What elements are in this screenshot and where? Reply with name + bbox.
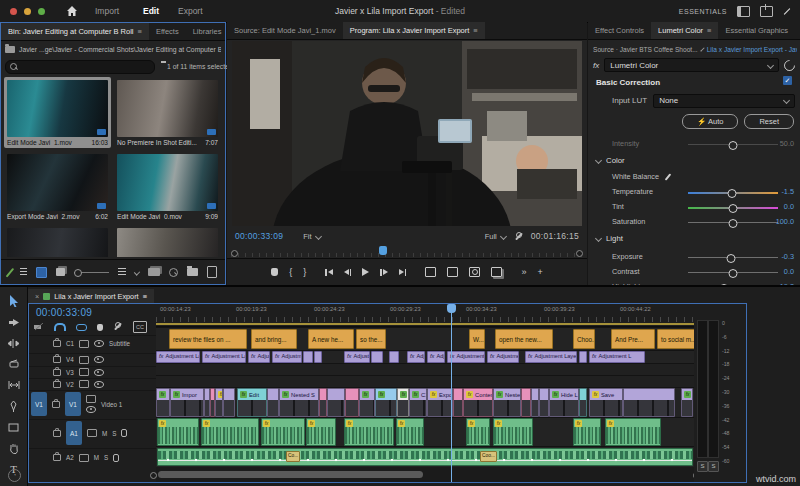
solo-right-button[interactable]: S xyxy=(708,461,719,472)
clip-marker-badge[interactable]: Co... xyxy=(286,451,300,462)
video-clip[interactable]: fx xyxy=(156,388,170,417)
lock-icon[interactable] xyxy=(53,369,61,376)
mark-in-icon[interactable]: { xyxy=(289,267,292,277)
track-a2[interactable]: Co...Coo... xyxy=(156,446,694,467)
adjustment-layer-clip[interactable] xyxy=(303,351,313,363)
light-section-header[interactable]: Light xyxy=(596,234,623,243)
scrub-start-handle[interactable] xyxy=(231,250,238,257)
chevron-down-icon[interactable] xyxy=(700,47,704,51)
video-clip[interactable] xyxy=(345,388,359,417)
adjustment-layer-clip[interactable] xyxy=(579,351,587,363)
thumbnail-zoom-slider[interactable] xyxy=(74,272,109,273)
bin-breadcrumb[interactable]: Javier ...ge\Javier - Commercial Shots\J… xyxy=(19,46,221,53)
video-clip[interactable]: fx xyxy=(215,388,223,417)
adjustment-layer-clip[interactable] xyxy=(389,351,399,363)
track-header-a1[interactable]: A1 M S xyxy=(29,419,156,446)
lock-icon[interactable] xyxy=(53,430,61,437)
sort-chevron-icon[interactable] xyxy=(134,269,140,275)
subtitle-clip[interactable]: review the files on ... xyxy=(169,329,247,349)
adjustment-layer-clip[interactable]: fx Adjustment Layer xyxy=(525,351,577,363)
adjustment-layer-clip[interactable]: fx Adju xyxy=(427,351,445,363)
sort-icons-icon[interactable] xyxy=(118,268,126,276)
toggle-track-output-icon[interactable] xyxy=(94,381,104,388)
toggle-track-output-icon[interactable] xyxy=(86,406,96,413)
slider-value[interactable]: -0.3 xyxy=(781,252,794,261)
video-clip[interactable] xyxy=(319,388,327,417)
reset-button[interactable]: Reset xyxy=(744,114,794,129)
program-scrub-bar[interactable] xyxy=(231,246,583,258)
track-v3[interactable] xyxy=(156,363,694,375)
step-back-icon[interactable] xyxy=(344,269,352,276)
mic-icon[interactable] xyxy=(113,454,119,462)
video-clip[interactable] xyxy=(453,388,463,417)
audio-clip[interactable]: fx xyxy=(573,418,601,446)
temperature-slider[interactable] xyxy=(688,192,778,194)
color-section-header[interactable]: Color xyxy=(596,156,625,165)
tab-source-monitor[interactable]: Source: Edit Mode Javi_1.mov xyxy=(227,22,343,39)
program-timecode[interactable]: 00:00:33:09 xyxy=(235,231,283,241)
horizontal-scrollbar[interactable] xyxy=(156,471,694,478)
comparison-view-icon[interactable] xyxy=(491,267,502,277)
slider-knob[interactable] xyxy=(727,254,736,263)
reset-effect-icon[interactable] xyxy=(782,57,798,73)
target-track-a1[interactable]: A1 xyxy=(66,421,82,445)
solo-button[interactable]: S xyxy=(112,430,116,437)
video-clip[interactable]: fxEdit xyxy=(237,388,267,417)
lock-icon[interactable] xyxy=(53,381,61,388)
play-icon[interactable] xyxy=(362,268,369,276)
video-clip[interactable] xyxy=(223,388,235,417)
clip-thumbnail[interactable] xyxy=(117,154,218,211)
scrub-end-handle[interactable] xyxy=(576,250,583,257)
new-item-icon[interactable] xyxy=(207,266,217,278)
slider-knob[interactable] xyxy=(729,204,738,213)
subtitle-clip[interactable]: so the... xyxy=(356,329,386,349)
go-to-in-icon[interactable] xyxy=(325,269,333,276)
more-buttons-icon[interactable]: » xyxy=(521,267,526,277)
timeline-tracks[interactable]: 00:00:14:2300:00:19:2300:00:24:2300:00:2… xyxy=(156,304,694,482)
timeline-ruler[interactable]: 00:00:14:2300:00:19:2300:00:24:2300:00:2… xyxy=(156,304,694,327)
clip-name[interactable]: Export Mode Javi_2.mov xyxy=(7,213,80,220)
adjustment-layer-clip[interactable]: fx Adjus xyxy=(248,351,270,363)
video-clip[interactable]: fxNested S xyxy=(493,388,521,417)
panel-menu-icon[interactable]: ≡ xyxy=(137,27,141,36)
subtitle-clip[interactable]: open the new... xyxy=(495,329,553,349)
tab-effects[interactable]: Effects xyxy=(149,23,186,40)
intensity-slider[interactable] xyxy=(688,144,778,145)
source-patch-v1[interactable]: V1 xyxy=(31,392,47,416)
adjustment-layer-clip[interactable]: fx Adju xyxy=(407,351,425,363)
track-badge-icon[interactable] xyxy=(79,340,89,348)
audio-clip[interactable]: fx xyxy=(605,418,661,446)
subtitle-clip[interactable]: Choo... xyxy=(573,329,595,349)
fullscreen-icon[interactable] xyxy=(783,7,792,16)
bin-clip-item[interactable]: Export Mode Javi_2.mov6:02 xyxy=(4,151,111,222)
lift-icon[interactable] xyxy=(425,267,436,277)
track-header-v3[interactable]: V3 xyxy=(29,366,156,377)
video-clip[interactable] xyxy=(579,388,587,417)
subtitle-track[interactable]: review the files on ...and bring...A new… xyxy=(156,327,694,350)
mic-icon[interactable] xyxy=(121,429,127,437)
audio-clip[interactable]: fx xyxy=(261,418,305,446)
track-badge-icon[interactable] xyxy=(87,429,97,437)
audio-meters[interactable]: 0-6-12-18-24-30-36-42-48-54-60 S S xyxy=(694,304,746,482)
program-video-frame[interactable] xyxy=(232,41,582,226)
adjustment-layer-clip[interactable]: fx Adjustment L xyxy=(447,351,485,363)
clip-marker-badge[interactable]: Coo... xyxy=(480,451,497,462)
settings-wrench-icon[interactable] xyxy=(514,232,523,241)
video-clip[interactable]: fxContent xyxy=(463,388,493,417)
playback-resolution-dropdown[interactable]: Full xyxy=(485,232,506,241)
video-clip[interactable] xyxy=(521,388,531,417)
video-clip[interactable]: fx xyxy=(681,388,693,417)
lumetri-sequence-name[interactable]: Lila x Javier Import Export - Jav... xyxy=(707,46,797,53)
basic-correction-header[interactable]: Basic Correction xyxy=(596,78,660,87)
video-clip[interactable]: fx xyxy=(359,388,375,417)
lock-icon[interactable] xyxy=(53,356,61,363)
panel-menu-icon[interactable]: ≡ xyxy=(473,26,477,35)
auto-button[interactable]: ⚡ Auto xyxy=(682,114,738,129)
slip-tool[interactable] xyxy=(8,379,20,391)
list-view-icon[interactable] xyxy=(20,268,28,276)
hand-tool[interactable] xyxy=(8,442,20,454)
track-badge-icon[interactable] xyxy=(79,356,89,364)
track-badge-icon[interactable] xyxy=(79,454,89,462)
adjustment-layer-clip[interactable] xyxy=(371,351,383,363)
share-icon[interactable] xyxy=(760,6,773,17)
